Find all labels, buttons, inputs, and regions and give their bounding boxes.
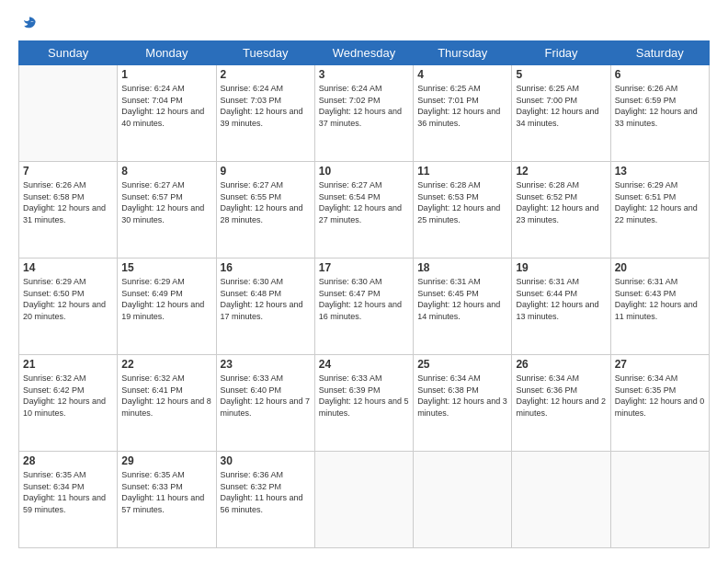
calendar-cell: 26Sunrise: 6:34 AM Sunset: 6:36 PM Dayli… [512,355,610,452]
day-number: 22 [121,358,211,371]
calendar-header-row: SundayMondayTuesdayWednesdayThursdayFrid… [19,41,710,65]
day-info: Sunrise: 6:28 AM Sunset: 6:52 PM Dayligh… [516,179,606,225]
day-info: Sunrise: 6:32 AM Sunset: 6:41 PM Dayligh… [121,373,211,419]
day-number: 9 [221,165,311,178]
day-info: Sunrise: 6:25 AM Sunset: 7:00 PM Dayligh… [516,83,606,129]
calendar-cell: 20Sunrise: 6:31 AM Sunset: 6:43 PM Dayli… [610,259,709,355]
calendar-cell: 9Sunrise: 6:27 AM Sunset: 6:55 PM Daylig… [216,162,314,259]
logo-bird-icon [20,15,39,33]
day-number: 14 [23,261,113,274]
calendar-cell [414,452,512,548]
day-info: Sunrise: 6:28 AM Sunset: 6:53 PM Dayligh… [417,179,507,225]
day-number: 7 [23,165,113,178]
calendar-day-header: Tuesday [216,41,314,65]
day-number: 29 [121,454,211,467]
day-info: Sunrise: 6:33 AM Sunset: 6:40 PM Dayligh… [221,373,311,419]
page: SundayMondayTuesdayWednesdayThursdayFrid… [0,0,728,563]
calendar-cell: 11Sunrise: 6:28 AM Sunset: 6:53 PM Dayli… [414,162,512,259]
calendar-cell: 2Sunrise: 6:24 AM Sunset: 7:03 PM Daylig… [216,65,314,162]
day-number: 28 [23,454,113,467]
day-info: Sunrise: 6:32 AM Sunset: 6:42 PM Dayligh… [23,373,113,419]
day-number: 25 [417,358,507,371]
day-number: 20 [615,261,705,274]
calendar-cell: 12Sunrise: 6:28 AM Sunset: 6:52 PM Dayli… [512,162,610,259]
calendar-cell: 17Sunrise: 6:30 AM Sunset: 6:47 PM Dayli… [314,259,413,355]
day-info: Sunrise: 6:26 AM Sunset: 6:58 PM Dayligh… [23,179,113,225]
day-number: 16 [221,261,311,274]
calendar-cell: 8Sunrise: 6:27 AM Sunset: 6:57 PM Daylig… [118,162,216,259]
day-number: 23 [221,358,311,371]
day-number: 2 [221,68,311,81]
calendar-week-row: 28Sunrise: 6:35 AM Sunset: 6:34 PM Dayli… [19,452,710,548]
day-info: Sunrise: 6:36 AM Sunset: 6:32 PM Dayligh… [221,469,311,515]
day-number: 8 [121,165,211,178]
day-info: Sunrise: 6:30 AM Sunset: 6:47 PM Dayligh… [319,276,409,322]
calendar-cell [610,452,709,548]
calendar-cell: 5Sunrise: 6:25 AM Sunset: 7:00 PM Daylig… [512,65,610,162]
calendar-cell [512,452,610,548]
day-number: 30 [221,454,311,467]
calendar-cell: 28Sunrise: 6:35 AM Sunset: 6:34 PM Dayli… [19,452,118,548]
day-number: 18 [417,261,507,274]
day-info: Sunrise: 6:30 AM Sunset: 6:48 PM Dayligh… [221,276,311,322]
day-number: 21 [23,358,113,371]
day-number: 10 [319,165,409,178]
calendar-cell: 7Sunrise: 6:26 AM Sunset: 6:58 PM Daylig… [19,162,118,259]
day-info: Sunrise: 6:29 AM Sunset: 6:51 PM Dayligh… [615,179,705,225]
day-number: 6 [615,68,705,81]
logo [18,15,39,33]
day-info: Sunrise: 6:24 AM Sunset: 7:04 PM Dayligh… [121,83,211,129]
day-info: Sunrise: 6:27 AM Sunset: 6:55 PM Dayligh… [221,179,311,225]
day-info: Sunrise: 6:27 AM Sunset: 6:54 PM Dayligh… [319,179,409,225]
calendar-day-header: Thursday [414,41,512,65]
calendar-day-header: Saturday [610,41,709,65]
calendar-cell: 1Sunrise: 6:24 AM Sunset: 7:04 PM Daylig… [118,65,216,162]
day-info: Sunrise: 6:27 AM Sunset: 6:57 PM Dayligh… [121,179,211,225]
day-info: Sunrise: 6:24 AM Sunset: 7:03 PM Dayligh… [221,83,311,129]
day-number: 11 [417,165,507,178]
day-info: Sunrise: 6:34 AM Sunset: 6:36 PM Dayligh… [516,373,606,419]
day-info: Sunrise: 6:34 AM Sunset: 6:38 PM Dayligh… [417,373,507,419]
day-number: 12 [516,165,606,178]
calendar-week-row: 1Sunrise: 6:24 AM Sunset: 7:04 PM Daylig… [19,65,710,162]
day-info: Sunrise: 6:31 AM Sunset: 6:44 PM Dayligh… [516,276,606,322]
calendar-cell: 13Sunrise: 6:29 AM Sunset: 6:51 PM Dayli… [610,162,709,259]
day-number: 15 [121,261,211,274]
calendar-cell: 22Sunrise: 6:32 AM Sunset: 6:41 PM Dayli… [118,355,216,452]
calendar-cell: 15Sunrise: 6:29 AM Sunset: 6:49 PM Dayli… [118,259,216,355]
header [18,15,710,33]
day-info: Sunrise: 6:33 AM Sunset: 6:39 PM Dayligh… [319,373,409,419]
day-number: 24 [319,358,409,371]
calendar-week-row: 21Sunrise: 6:32 AM Sunset: 6:42 PM Dayli… [19,355,710,452]
day-info: Sunrise: 6:35 AM Sunset: 6:34 PM Dayligh… [23,469,113,515]
calendar-week-row: 14Sunrise: 6:29 AM Sunset: 6:50 PM Dayli… [19,259,710,355]
calendar-day-header: Sunday [19,41,118,65]
day-info: Sunrise: 6:29 AM Sunset: 6:49 PM Dayligh… [121,276,211,322]
calendar-cell: 19Sunrise: 6:31 AM Sunset: 6:44 PM Dayli… [512,259,610,355]
calendar-cell: 24Sunrise: 6:33 AM Sunset: 6:39 PM Dayli… [314,355,413,452]
day-info: Sunrise: 6:35 AM Sunset: 6:33 PM Dayligh… [121,469,211,515]
calendar-cell: 10Sunrise: 6:27 AM Sunset: 6:54 PM Dayli… [314,162,413,259]
day-info: Sunrise: 6:34 AM Sunset: 6:35 PM Dayligh… [615,373,705,419]
calendar-cell [19,65,118,162]
day-number: 5 [516,68,606,81]
calendar-cell: 29Sunrise: 6:35 AM Sunset: 6:33 PM Dayli… [118,452,216,548]
calendar-cell [314,452,413,548]
calendar-cell: 27Sunrise: 6:34 AM Sunset: 6:35 PM Dayli… [610,355,709,452]
day-number: 3 [319,68,409,81]
day-info: Sunrise: 6:31 AM Sunset: 6:43 PM Dayligh… [615,276,705,322]
calendar-cell: 14Sunrise: 6:29 AM Sunset: 6:50 PM Dayli… [19,259,118,355]
day-number: 17 [319,261,409,274]
calendar-day-header: Monday [118,41,216,65]
day-number: 27 [615,358,705,371]
day-number: 1 [121,68,211,81]
day-number: 13 [615,165,705,178]
calendar-cell: 16Sunrise: 6:30 AM Sunset: 6:48 PM Dayli… [216,259,314,355]
calendar-cell: 23Sunrise: 6:33 AM Sunset: 6:40 PM Dayli… [216,355,314,452]
calendar-cell: 3Sunrise: 6:24 AM Sunset: 7:02 PM Daylig… [314,65,413,162]
calendar-cell: 4Sunrise: 6:25 AM Sunset: 7:01 PM Daylig… [414,65,512,162]
calendar-table: SundayMondayTuesdayWednesdayThursdayFrid… [18,40,710,548]
calendar-cell: 25Sunrise: 6:34 AM Sunset: 6:38 PM Dayli… [414,355,512,452]
day-info: Sunrise: 6:31 AM Sunset: 6:45 PM Dayligh… [417,276,507,322]
day-info: Sunrise: 6:26 AM Sunset: 6:59 PM Dayligh… [615,83,705,129]
